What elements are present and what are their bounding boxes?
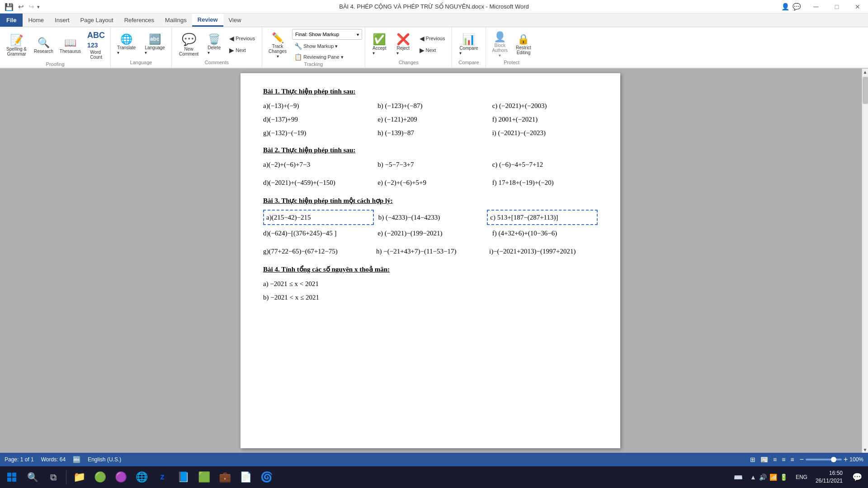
view-mode-buttons[interactable]: ⊞ 📰 ≡ ≡ ≡ <box>748 455 796 464</box>
translate-button[interactable]: 🌐 Translate▾ <box>113 32 139 57</box>
taskbar-chrome[interactable]: 🌐 <box>132 467 151 487</box>
clock: 16:50 26/11/2021 <box>812 469 846 485</box>
bai3-c: c) 513+[187−(287+113)] <box>487 210 598 225</box>
changes-group-label: Changes <box>368 60 449 66</box>
search-taskbar-button[interactable]: 🔍 <box>23 467 42 487</box>
comments-icon[interactable]: 💬 <box>793 3 801 11</box>
taskbar-teams[interactable]: 📘 <box>173 467 193 487</box>
previous-comment-button[interactable]: ◀ Previous <box>227 33 257 43</box>
compare-button[interactable]: 📊 Compare▾ <box>455 31 482 57</box>
tab-file[interactable]: File <box>0 14 23 27</box>
undo-quick-icon[interactable]: ↩ <box>16 2 26 12</box>
zoom-controls[interactable]: − + 100% <box>800 455 863 464</box>
language-button[interactable]: 🔤 Language▾ <box>141 32 169 57</box>
bai1-section: Bài 1. Thực hiện phép tính sau: a)(−13)+… <box>263 86 598 138</box>
tracking-group-label: Tracking <box>265 61 362 68</box>
tab-review[interactable]: Review <box>192 14 223 27</box>
zoom-in-button[interactable]: + <box>844 455 848 464</box>
start-button[interactable] <box>2 467 22 487</box>
minimize-button[interactable]: ─ <box>806 0 826 14</box>
bai1-e: e) (−121)+209 <box>377 114 483 125</box>
bai3-title: Bài 3. Thực hiện phép tính một cách hợp … <box>263 195 598 206</box>
accept-button[interactable]: ✅ Accept▾ <box>368 31 391 57</box>
taskbar-file-explorer[interactable]: 📁 <box>69 467 89 487</box>
final-show-markup-dropdown[interactable]: Final: Show Markup ▾ <box>292 29 362 40</box>
block-authors-button[interactable]: 👤 BlockAuthors▾ <box>489 29 511 60</box>
bai2-b: b) −5−7−3+7 <box>377 159 483 170</box>
track-changes-button[interactable]: ✏️ TrackChanges▾ <box>265 30 290 61</box>
previous-change-button[interactable]: ◀ Previous <box>417 33 448 43</box>
scroll-thumb[interactable] <box>863 77 868 104</box>
zoom-out-button[interactable]: − <box>800 455 804 464</box>
bai1-g: g)(−132)−(−19) <box>263 127 368 138</box>
language-icon: 🔤 <box>73 456 80 463</box>
close-button[interactable]: ✕ <box>847 0 868 14</box>
thesaurus-button[interactable]: 📖 Thesaurus <box>57 35 84 56</box>
restrict-editing-button[interactable]: 🔒 RestrictEditing <box>512 32 535 57</box>
save-quick-icon[interactable]: 💾 <box>3 2 15 12</box>
scroll-up-arrow[interactable]: ▲ <box>862 69 868 75</box>
bai1-c: c) (−2021)+(−2003) <box>492 100 598 111</box>
taskbar-app1[interactable]: 🟢 <box>90 467 110 487</box>
bai3-b: b) (−4233)−(14−4233) <box>378 212 483 223</box>
tab-view[interactable]: View <box>223 14 247 27</box>
research-button[interactable]: 🔍 Research <box>31 35 56 56</box>
bai3-f: f) (4+32+6)+(10−36−6) <box>492 228 598 239</box>
bai4-section: Bài 4. Tính tổng các số nguyên x thoả mã… <box>263 264 598 303</box>
share-icon[interactable]: 👤 <box>781 3 790 11</box>
language-group-label: Language <box>113 60 169 66</box>
quick-access-dropdown-icon[interactable]: ▾ <box>37 4 40 10</box>
bai3-d: d)(−624)−[(376+245)−45 ] <box>263 228 368 239</box>
taskbar-app2[interactable]: 🟣 <box>111 467 131 487</box>
tab-home[interactable]: Home <box>23 14 49 27</box>
window-title: BÀI 4. PHÉP CỘNG VÀ PHÉP TRỪ SỐ NGUYÊN.d… <box>339 3 528 10</box>
bai1-i: i) (−2021)−(−2023) <box>492 127 598 138</box>
bai2-e: e) (−2)+(−6)+5+9 <box>377 177 483 188</box>
new-comment-button[interactable]: 💬 NewComment <box>175 31 203 58</box>
bai4-a: a) −2021 ≤ x < 2021 <box>263 278 598 289</box>
bai3-a[interactable]: a)(215−42)−215 <box>263 210 374 225</box>
compare-group-label: Compare <box>455 60 482 66</box>
taskbar-zalo[interactable]: Z <box>152 467 172 487</box>
svg-rect-3 <box>12 478 16 482</box>
tab-insert[interactable]: Insert <box>49 14 75 27</box>
tab-mailings[interactable]: Mailings <box>160 14 192 27</box>
taskbar-notepad[interactable]: 📄 <box>236 467 255 487</box>
maximize-button[interactable]: □ <box>826 0 847 14</box>
svg-rect-1 <box>12 473 16 477</box>
reject-button[interactable]: ❌ Reject▾ <box>392 31 415 57</box>
task-view-button[interactable]: ⧉ <box>43 467 63 487</box>
bai2-title: Bài 2. Thực hiện phép tính sau: <box>263 145 598 155</box>
scroll-down-arrow[interactable]: ▼ <box>862 446 868 453</box>
system-tray[interactable]: ▲ 🔊 📶 🔋 <box>746 474 791 481</box>
bai3-section: Bài 3. Thực hiện phép tính một cách hợp … <box>263 195 598 257</box>
bai1-f: f) 2001+(−2021) <box>492 114 598 125</box>
tab-page-layout[interactable]: Page Layout <box>75 14 119 27</box>
svg-rect-2 <box>7 478 11 482</box>
next-comment-button[interactable]: ▶ Next <box>227 45 257 55</box>
page-status: Page: 1 of 1 <box>5 456 34 463</box>
bai2-f: f) 17+18+(−19)+(−20) <box>492 177 598 188</box>
bai2-a: a)(−2)+(−6)+7−3 <box>263 159 368 170</box>
spelling-grammar-button[interactable]: 📝 Spelling &Grammar <box>3 32 30 58</box>
notification-button[interactable]: 💬 <box>848 467 866 487</box>
taskbar-app4[interactable]: 💼 <box>215 467 235 487</box>
bai2-d: d)(−2021)+(−459)+(−150) <box>263 177 368 188</box>
taskbar-app3[interactable]: 🟩 <box>194 467 214 487</box>
bai3-e: e) (−2021)−(199−2021) <box>377 228 483 239</box>
tab-references[interactable]: References <box>119 14 160 27</box>
zoom-level: 100% <box>849 456 863 463</box>
show-markup-button[interactable]: 🔧 Show Markup ▾ <box>292 42 362 51</box>
bai3-i: i)−(−2021+2013)−(1997+2021) <box>489 246 598 257</box>
language-status: English (U.S.) <box>88 456 121 463</box>
taskbar-edge[interactable]: 🌀 <box>256 467 276 487</box>
bai1-b: b) (−123)+(−87) <box>377 100 483 111</box>
redo-quick-icon[interactable]: ↪ <box>27 2 36 12</box>
language-indicator[interactable]: ENG <box>793 474 810 480</box>
delete-comment-button[interactable]: 🗑️ Delete▾ <box>204 32 224 57</box>
word-count-button[interactable]: ABC123 WordCount <box>85 29 108 61</box>
bai2-c: c) (−6)−4+5−7+12 <box>492 159 598 170</box>
next-change-button[interactable]: ▶ Next <box>417 45 448 55</box>
keyboard-icon[interactable]: ⌨️ <box>732 471 745 483</box>
reviewing-pane-button[interactable]: 📋 Reviewing Pane ▾ <box>292 52 362 61</box>
